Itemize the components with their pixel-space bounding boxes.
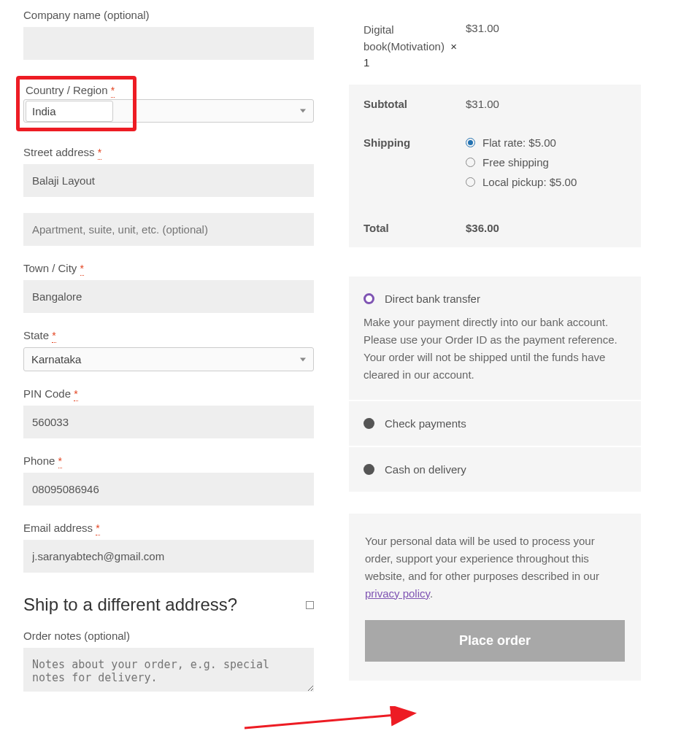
- state-row: State * Karnataka: [23, 329, 314, 371]
- order-subtotal-value: $31.00: [466, 98, 626, 110]
- order-shipping-row: Shipping Flat rate: $5.00 Free shipping …: [349, 123, 641, 209]
- required-asterisk: *: [58, 455, 62, 468]
- radio-icon: [466, 138, 475, 147]
- required-asterisk: *: [111, 85, 115, 98]
- city-input[interactable]: [23, 280, 314, 313]
- shipping-option-label: Flat rate: $5.00: [482, 136, 556, 149]
- country-label: Country / Region *: [26, 84, 127, 96]
- shipping-option-label: Local pickup: $5.00: [482, 176, 577, 188]
- shipping-option-label: Free shipping: [482, 156, 549, 169]
- ship-different-heading: Ship to a different address?: [23, 595, 314, 615]
- order-notes-textarea[interactable]: [23, 648, 314, 692]
- order-subtotal-row: Subtotal $31.00: [349, 85, 641, 123]
- payment-option-check[interactable]: Check payments: [349, 401, 641, 447]
- order-shipping-options: Flat rate: $5.00 Free shipping Local pic…: [466, 136, 626, 196]
- ship-different-checkbox[interactable]: [306, 601, 314, 609]
- radio-icon: [364, 418, 374, 429]
- email-label: Email address *: [23, 522, 314, 534]
- payment-bank-description: Make your payment directly into our bank…: [349, 314, 641, 401]
- company-name-input[interactable]: [23, 27, 314, 60]
- privacy-text: Your personal data will be used to proce…: [365, 533, 625, 603]
- street-input[interactable]: [23, 164, 314, 197]
- order-summary-table: Digital book(Motivation) × 1 $31.00 Subt…: [349, 9, 641, 247]
- order-total-value: $36.00: [466, 222, 626, 234]
- shipping-option-free[interactable]: Free shipping: [466, 156, 626, 169]
- payment-option-cod[interactable]: Cash on delivery: [349, 447, 641, 492]
- payment-option-label: Direct bank transfer: [385, 293, 480, 305]
- order-notes-label: Order notes (optional): [23, 630, 314, 642]
- order-product-price: $31.00: [466, 22, 626, 71]
- order-shipping-label: Shipping: [364, 136, 466, 196]
- city-label: Town / City *: [23, 262, 314, 274]
- state-label: State *: [23, 329, 314, 341]
- country-select-inner[interactable]: India: [26, 101, 113, 122]
- radio-icon: [466, 158, 475, 167]
- privacy-and-submit: Your personal data will be used to proce…: [349, 514, 641, 681]
- order-total-row: Total $36.00: [349, 209, 641, 247]
- required-asterisk: *: [52, 330, 55, 343]
- privacy-policy-link[interactable]: privacy policy: [365, 587, 430, 600]
- pin-label: PIN Code *: [23, 387, 314, 400]
- payment-option-label: Cash on delivery: [385, 463, 466, 476]
- pin-row: PIN Code *: [23, 387, 314, 438]
- shipping-option-pickup[interactable]: Local pickup: $5.00: [466, 176, 626, 188]
- order-subtotal-label: Subtotal: [364, 98, 466, 110]
- phone-input[interactable]: [23, 473, 314, 506]
- payment-methods: Direct bank transfer Make your payment d…: [349, 276, 641, 492]
- shipping-option-flat-rate[interactable]: Flat rate: $5.00: [466, 136, 626, 149]
- email-row: Email address *: [23, 522, 314, 573]
- phone-row: Phone *: [23, 454, 314, 506]
- required-asterisk: *: [74, 388, 77, 401]
- street-label: Street address *: [23, 146, 314, 158]
- radio-icon: [364, 464, 374, 475]
- company-name-label: Company name (optional): [23, 9, 314, 21]
- radio-icon: [466, 177, 475, 187]
- order-total-label: Total: [364, 222, 466, 234]
- city-row: Town / City *: [23, 262, 314, 313]
- payment-option-bank[interactable]: Direct bank transfer: [349, 276, 641, 314]
- order-product-row: Digital book(Motivation) × 1 $31.00: [349, 9, 641, 85]
- required-asterisk: *: [98, 147, 101, 160]
- payment-option-label: Check payments: [385, 417, 466, 430]
- street2-input[interactable]: [23, 213, 314, 246]
- street-row: Street address *: [23, 146, 314, 197]
- required-asterisk: *: [80, 263, 84, 276]
- street2-row: [23, 213, 314, 246]
- company-name-row: Company name (optional): [23, 9, 314, 60]
- state-select[interactable]: Karnataka: [23, 347, 314, 371]
- phone-label: Phone *: [23, 454, 314, 467]
- pin-input[interactable]: [23, 406, 314, 438]
- order-notes-row: Order notes (optional): [23, 630, 314, 694]
- radio-icon: [364, 293, 374, 304]
- required-asterisk: *: [96, 522, 99, 535]
- place-order-button[interactable]: Place order: [365, 620, 625, 662]
- order-product-name: Digital book(Motivation) × 1: [364, 22, 466, 71]
- email-input[interactable]: [23, 540, 314, 573]
- country-row: Country / Region * India: [23, 76, 314, 131]
- country-highlight-box: Country / Region * India: [16, 76, 136, 131]
